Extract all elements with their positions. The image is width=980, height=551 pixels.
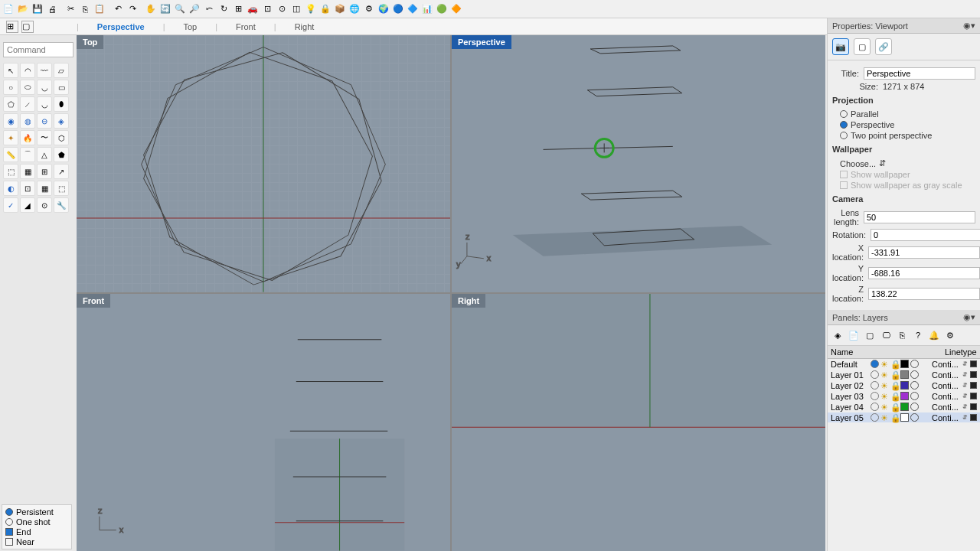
mesh-tool-icon[interactable]: ⬡ <box>54 130 69 145</box>
snap-tool-icon[interactable]: ⊞ <box>37 164 52 179</box>
viewport-top[interactable]: Top <box>77 35 450 292</box>
zloc-input[interactable] <box>868 288 980 300</box>
projection-perspective-radio[interactable]: Perspective <box>840 120 975 129</box>
check-tool-icon[interactable]: ✓ <box>3 197 18 213</box>
lens-input[interactable] <box>864 211 975 223</box>
grid-tool-icon[interactable]: ▦ <box>20 164 35 179</box>
layer-linetype[interactable]: Conti... <box>932 381 962 390</box>
link-mode-icon[interactable]: 🔗 <box>875 38 892 55</box>
layer-linetype[interactable]: Conti... <box>932 403 962 412</box>
new-file-icon[interactable]: 📄 <box>2 2 15 16</box>
layer-gear-icon[interactable]: ⚙ <box>943 328 957 342</box>
show-wallpaper-gray-check[interactable]: Show wallpaper as gray scale <box>840 181 975 190</box>
layer-material-icon[interactable] <box>910 413 919 422</box>
layer-bell-icon[interactable]: 🔔 <box>927 328 941 342</box>
layer-lock-icon[interactable]: 🔒 <box>890 403 899 411</box>
camera-mode-icon[interactable]: 📷 <box>832 38 849 55</box>
move-tool-icon[interactable]: ↗ <box>54 164 69 179</box>
layer-linetype-dropdown-icon[interactable]: ⇵ <box>962 393 969 399</box>
layer-linetype[interactable]: Conti... <box>932 392 962 401</box>
box-icon[interactable]: 📦 <box>333 2 347 16</box>
rotation-input[interactable] <box>871 229 980 241</box>
layer-current-icon[interactable] <box>871 413 879 422</box>
torus-tool-icon[interactable]: ⊖ <box>37 113 52 129</box>
tab-top[interactable]: Top <box>178 21 201 33</box>
osnap-persistent-radio[interactable]: Persistent <box>5 507 68 517</box>
mirror-tool-icon[interactable]: ▦ <box>37 181 52 196</box>
layer-box-icon[interactable]: ▢ <box>863 328 877 342</box>
analyze-tool-icon[interactable]: ⊙ <box>37 197 52 213</box>
projection-twopoint-radio[interactable]: Two point perspective <box>840 131 975 140</box>
shape-icon[interactable]: 🔷 <box>406 2 420 16</box>
rotate-tool-icon[interactable]: ◐ <box>3 181 18 196</box>
layer-current-icon[interactable] <box>871 370 879 379</box>
layer-row[interactable]: Layer 02☀🔒Conti...⇵ <box>828 380 980 391</box>
layer-material-icon[interactable] <box>910 392 919 400</box>
xloc-input[interactable] <box>868 246 980 259</box>
zoom-out-icon[interactable]: 🔎 <box>188 2 201 16</box>
rotate-icon[interactable]: 🔄 <box>158 2 172 16</box>
material-mode-icon[interactable]: ▢ <box>854 38 871 55</box>
zoom-extents-icon[interactable]: ⊡ <box>260 2 274 16</box>
extrude-tool-icon[interactable]: ⬟ <box>54 147 69 162</box>
layers-col-linetype[interactable]: Linetype <box>942 346 980 358</box>
layer-color-swatch[interactable] <box>900 370 909 379</box>
layers-panel-menu-icon[interactable]: ◉▾ <box>963 312 975 322</box>
chamfer-tool-icon[interactable]: △ <box>37 147 52 162</box>
layer-print-swatch[interactable] <box>970 403 977 410</box>
cone-tool-icon[interactable]: ◈ <box>54 113 69 129</box>
rectangle-tool-icon[interactable]: ▱ <box>54 63 69 78</box>
layer-row[interactable]: Layer 03☀🔒Conti...⇵ <box>828 391 980 402</box>
fillet-tool-icon[interactable]: ⌒ <box>20 147 35 162</box>
layer-linetype-dropdown-icon[interactable]: ⇵ <box>962 360 969 367</box>
layer-color-swatch[interactable] <box>900 381 909 390</box>
circle-tool-icon[interactable]: ○ <box>3 80 18 95</box>
paste-icon[interactable]: 📋 <box>93 2 106 16</box>
layer-linetype-dropdown-icon[interactable]: ⇵ <box>962 414 969 421</box>
osnap-near-check[interactable]: Near <box>5 537 68 546</box>
layer-new-icon[interactable]: 📄 <box>847 328 861 342</box>
curve-tool-icon[interactable]: ▭ <box>54 80 69 95</box>
zoom-in-icon[interactable]: 🔍 <box>173 2 187 16</box>
layer-visible-icon[interactable]: ☀ <box>880 403 889 411</box>
edit-tool-icon[interactable]: ◢ <box>20 197 35 213</box>
yloc-input[interactable] <box>868 267 980 279</box>
layer-material-icon[interactable] <box>910 403 919 411</box>
layer-print-swatch[interactable] <box>970 371 977 378</box>
show-wallpaper-check[interactable]: Show wallpaper <box>840 170 975 179</box>
arc-tool-icon[interactable]: ◡ <box>37 80 52 95</box>
osnap-end-check[interactable]: End <box>5 527 68 536</box>
sphere-icon[interactable]: 🔵 <box>391 2 405 16</box>
layer-print-swatch[interactable] <box>970 360 977 367</box>
panel-menu-icon[interactable]: ◉▾ <box>963 21 975 31</box>
lasso-tool-icon[interactable]: ◠ <box>20 63 35 78</box>
layer-visible-icon[interactable]: ☀ <box>880 413 889 422</box>
layer-visible-icon[interactable]: ☀ <box>880 381 889 390</box>
array-tool-icon[interactable]: ⬚ <box>3 164 18 179</box>
layer-material-icon[interactable] <box>910 381 919 390</box>
flame-tool-icon[interactable]: 🔥 <box>20 130 35 145</box>
light-icon[interactable]: 💡 <box>304 2 318 16</box>
layer-color-swatch[interactable] <box>900 360 909 368</box>
lock-icon[interactable]: 🔒 <box>318 2 332 16</box>
stats-icon[interactable]: 📊 <box>420 2 434 16</box>
star-tool-icon[interactable]: ✦ <box>3 130 18 145</box>
layers-col-name[interactable]: Name <box>828 346 942 358</box>
layer-help-icon[interactable]: ? <box>911 328 925 342</box>
layer-material-icon[interactable] <box>910 370 919 379</box>
settings-icon[interactable]: ⚙ <box>362 2 376 16</box>
shape-tool-icon[interactable]: ⬮ <box>54 96 69 112</box>
cylinder-tool-icon[interactable]: ◍ <box>20 113 35 129</box>
layer-visible-icon[interactable]: ☀ <box>880 370 889 379</box>
layer-color-swatch[interactable] <box>900 392 909 400</box>
layer-linetype-dropdown-icon[interactable]: ⇵ <box>962 382 969 389</box>
layout-icon-2[interactable]: ▢ <box>21 21 34 33</box>
zoom-undo-icon[interactable]: ⤺ <box>202 2 216 16</box>
tab-perspective[interactable]: Perspective <box>93 21 149 33</box>
layer-visible-icon[interactable]: ☀ <box>880 360 889 368</box>
layout-icon-1[interactable]: ⊞ <box>6 21 18 33</box>
layer-row[interactable]: Layer 04☀🔒Conti...⇵ <box>828 402 980 412</box>
title-input[interactable] <box>864 67 975 80</box>
layer-lock-icon[interactable]: 🔒 <box>890 413 899 422</box>
layer-row[interactable]: Default☀🔒Conti...⇵ <box>828 359 980 370</box>
